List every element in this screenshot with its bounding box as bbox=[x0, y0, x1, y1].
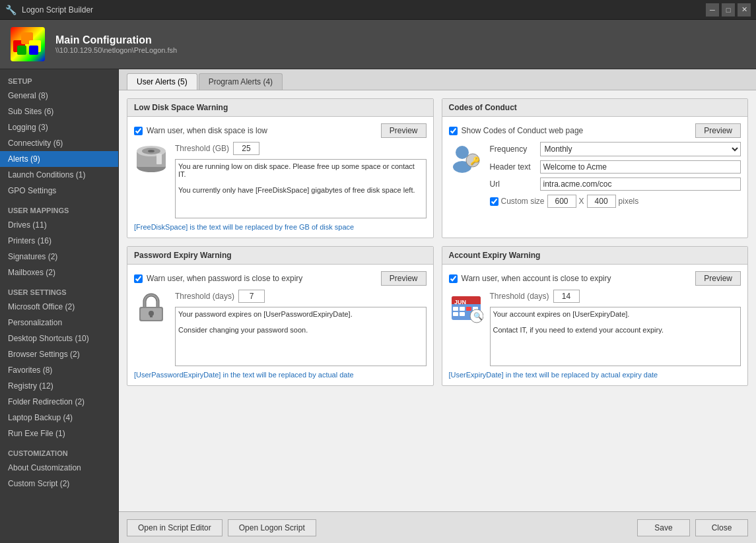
low-disk-hint: [FreeDiskSpace] is the text will be repl… bbox=[134, 223, 427, 231]
password-expiry-preview-button[interactable]: Preview bbox=[381, 271, 427, 286]
app-logo bbox=[11, 27, 45, 61]
account-expiry-checkbox-row: Warn user, when account is close to expi… bbox=[449, 271, 741, 286]
sidebar-item-desktop-shortcuts[interactable]: Desktop Shortcuts (10) bbox=[0, 331, 118, 346]
account-expiry-threshold-input[interactable] bbox=[553, 290, 580, 303]
content-area: User Alerts (5) Program Alerts (4) Low D… bbox=[119, 69, 756, 543]
password-expiry-right: Threshold (days) Your password expires o… bbox=[175, 290, 427, 368]
disk-icon bbox=[134, 142, 168, 176]
panel-password-expiry-title: Password Expiry Warning bbox=[127, 247, 433, 265]
header-text-input[interactable] bbox=[540, 160, 741, 174]
account-expiry-checkbox-label: Warn user, when account is close to expi… bbox=[462, 274, 611, 283]
low-disk-checkbox[interactable] bbox=[134, 127, 143, 135]
save-button[interactable]: Save bbox=[637, 519, 690, 536]
header-info: Main Configuration \\10.10.129.50\netlog… bbox=[55, 34, 177, 54]
sidebar-item-drives[interactable]: Drives (11) bbox=[0, 217, 118, 233]
low-disk-preview-button[interactable]: Preview bbox=[381, 123, 427, 138]
close-window-button[interactable]: ✕ bbox=[738, 3, 751, 16]
sidebar-item-folder-redirection[interactable]: Folder Redirection (2) bbox=[0, 394, 118, 410]
svg-text:🔍: 🔍 bbox=[473, 311, 483, 321]
title-bar-left: 🔧 Logon Script Builder bbox=[5, 5, 93, 15]
password-expiry-threshold-row: Threshold (days) bbox=[175, 290, 427, 303]
open-script-editor-button[interactable]: Open in Script Editor bbox=[127, 519, 223, 536]
password-expiry-threshold-label: Threshold (days) bbox=[175, 292, 234, 301]
low-disk-right: Threshold (GB) You are running low on di… bbox=[175, 142, 427, 220]
svg-rect-27 bbox=[453, 312, 458, 316]
pixels-label: pixels bbox=[619, 197, 639, 206]
svg-text:JUN: JUN bbox=[454, 299, 466, 305]
low-disk-message-textarea[interactable]: You are running low on disk space. Pleas… bbox=[175, 159, 427, 218]
codes-preview-button[interactable]: Preview bbox=[695, 123, 741, 138]
codes-checkbox-row: Show Codes of Conduct web page Preview bbox=[449, 123, 741, 138]
sidebar-section-title-user-mappings: User Mappings bbox=[0, 199, 118, 217]
sidebar-item-custom-script[interactable]: Custom Script (2) bbox=[0, 476, 118, 492]
codes-icon: 🔑 bbox=[449, 142, 483, 176]
account-expiry-message-textarea[interactable]: Your account expires on [UserExpiryDate]… bbox=[490, 307, 741, 366]
account-expiry-threshold-label: Threshold (days) bbox=[490, 292, 549, 301]
sidebar-item-logging[interactable]: Logging (3) bbox=[0, 119, 118, 135]
app-title: Logon Script Builder bbox=[22, 5, 93, 15]
x-separator: X bbox=[579, 197, 584, 206]
header-subtitle: \\10.10.129.50\netlogon\PreLogon.fsh bbox=[55, 46, 177, 54]
sidebar-item-launch-conditions[interactable]: Launch Conditions (1) bbox=[0, 167, 118, 183]
sidebar-item-registry[interactable]: Registry (12) bbox=[0, 378, 118, 394]
password-expiry-checkbox[interactable] bbox=[134, 274, 143, 283]
bottom-bar: Open in Script Editor Open Logon Script … bbox=[119, 511, 756, 543]
tab-user-alerts[interactable]: User Alerts (5) bbox=[127, 73, 197, 90]
sidebar-section-title-user-settings: User Settings bbox=[0, 280, 118, 299]
url-input[interactable] bbox=[540, 177, 741, 191]
sidebar-item-browser-settings[interactable]: Browser Settings (2) bbox=[0, 346, 118, 362]
panels-container: Low Disk Space Warning Warn user, when d… bbox=[119, 90, 756, 511]
panel-codes-of-conduct-body: Show Codes of Conduct web page Preview 🔑 bbox=[442, 117, 748, 214]
password-expiry-checkbox-row: Warn user, when password is close to exp… bbox=[134, 271, 427, 286]
sidebar-item-printers[interactable]: Printers (16) bbox=[0, 233, 118, 249]
close-button[interactable]: Close bbox=[695, 519, 748, 536]
sidebar-item-connectivity[interactable]: Connectivity (6) bbox=[0, 135, 118, 151]
low-disk-threshold-input[interactable] bbox=[233, 142, 259, 155]
sidebar-item-ms-office[interactable]: Microsoft Office (2) bbox=[0, 299, 118, 315]
sidebar-item-run-exe[interactable]: Run Exe File (1) bbox=[0, 426, 118, 441]
header-text-label: Header text bbox=[490, 162, 536, 172]
open-logon-script-button[interactable]: Open Logon Script bbox=[228, 519, 316, 536]
custom-size-label: Custom size bbox=[501, 197, 545, 206]
custom-size-width-input[interactable] bbox=[547, 195, 576, 208]
password-expiry-message-textarea[interactable]: Your password expires on [UserPasswordEx… bbox=[175, 307, 427, 366]
bottom-left: Open in Script Editor Open Logon Script bbox=[127, 519, 316, 536]
codes-checkbox-label: Show Codes of Conduct web page bbox=[462, 126, 584, 135]
account-expiry-checkbox[interactable] bbox=[449, 274, 458, 283]
svg-text:🔑: 🔑 bbox=[470, 156, 480, 166]
minimize-button[interactable]: ─ bbox=[706, 3, 719, 16]
header: Main Configuration \\10.10.129.50\netlog… bbox=[0, 20, 756, 69]
password-expiry-icon-row: Threshold (days) Your password expires o… bbox=[134, 290, 427, 368]
panel-low-disk-body: Warn user, when disk space is low Previe… bbox=[127, 117, 433, 238]
sidebar-item-mailboxes[interactable]: Mailboxes (2) bbox=[0, 265, 118, 280]
account-expiry-preview-button[interactable]: Preview bbox=[695, 271, 741, 286]
sidebar-item-signatures[interactable]: Signatures (2) bbox=[0, 249, 118, 265]
account-expiry-right: Threshold (days) Your account expires on… bbox=[490, 290, 741, 368]
sidebar-item-personalization[interactable]: Personalization bbox=[0, 315, 118, 331]
tab-program-alerts[interactable]: Program Alerts (4) bbox=[199, 73, 283, 90]
maximize-button[interactable]: □ bbox=[722, 3, 735, 16]
frequency-row: Frequency Monthly Weekly Daily Once bbox=[490, 142, 741, 156]
sidebar-item-alerts[interactable]: Alerts (9) bbox=[0, 151, 118, 167]
header-text-row: Header text bbox=[490, 160, 741, 174]
custom-size-checkbox[interactable] bbox=[490, 197, 498, 206]
sidebar-item-gpo-settings[interactable]: GPO Settings bbox=[0, 183, 118, 199]
custom-size-height-input[interactable] bbox=[587, 195, 616, 208]
svg-rect-25 bbox=[466, 307, 471, 311]
codes-form: Frequency Monthly Weekly Daily Once Head… bbox=[490, 142, 741, 208]
low-disk-threshold-label: Threshold (GB) bbox=[175, 144, 229, 153]
panel-password-expiry: Password Expiry Warning Warn user, when … bbox=[127, 246, 434, 386]
sidebar-item-laptop-backup[interactable]: Laptop Backup (4) bbox=[0, 410, 118, 426]
frequency-select[interactable]: Monthly Weekly Daily Once bbox=[540, 142, 741, 156]
sidebar-item-about-customization[interactable]: About Customization bbox=[0, 460, 118, 476]
codes-checkbox[interactable] bbox=[449, 127, 458, 135]
low-disk-checkbox-label: Warn user, when disk space is low bbox=[147, 126, 267, 135]
panel-account-expiry: Account Expiry Warning Warn user, when a… bbox=[442, 246, 749, 386]
sidebar-item-favorites[interactable]: Favorites (8) bbox=[0, 362, 118, 378]
password-expiry-threshold-input[interactable] bbox=[238, 290, 265, 303]
panel-low-disk-title: Low Disk Space Warning bbox=[127, 99, 433, 117]
panel-codes-of-conduct-title: Codes of Conduct bbox=[442, 99, 748, 117]
sidebar-item-general[interactable]: General (8) bbox=[0, 88, 118, 104]
sidebar-item-sub-sites[interactable]: Sub Sites (6) bbox=[0, 104, 118, 119]
svg-rect-23 bbox=[453, 307, 458, 311]
